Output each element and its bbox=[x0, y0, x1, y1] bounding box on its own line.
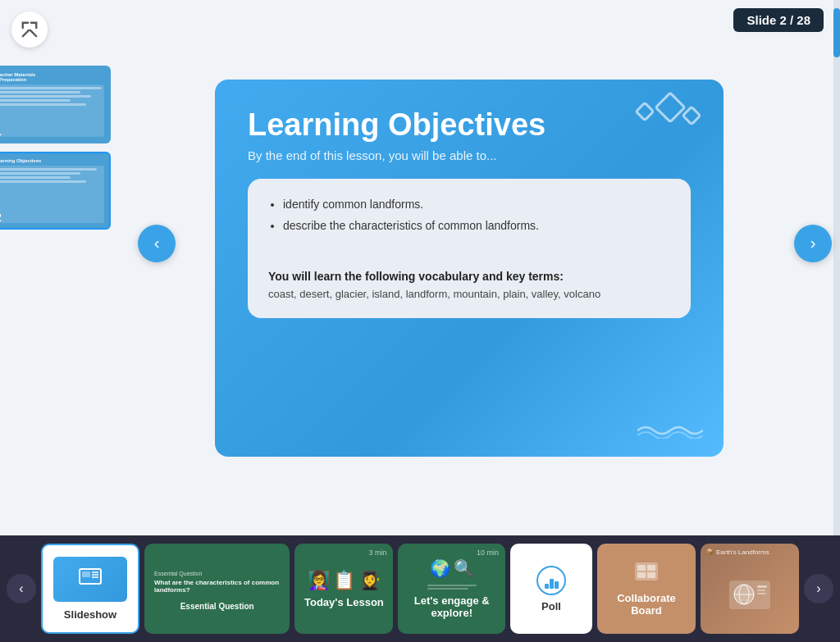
svg-rect-20 bbox=[757, 593, 766, 594]
left-arrow-icon: ‹ bbox=[154, 234, 160, 253]
svg-rect-13 bbox=[647, 572, 655, 578]
toolbar-poll-label: Poll bbox=[541, 600, 561, 612]
right-arrow-icon: › bbox=[810, 234, 816, 253]
slideshow-preview bbox=[53, 557, 127, 602]
toolbar-engage-label: Let's engage & explore! bbox=[404, 594, 499, 619]
bullet-item-2: describe the characteristics of common l… bbox=[283, 218, 670, 234]
prev-slide-button[interactable]: ‹ bbox=[138, 225, 176, 262]
svg-rect-18 bbox=[757, 585, 767, 588]
scrollbar-thumb[interactable] bbox=[833, 8, 840, 57]
toolbar-left-arrow-icon: ‹ bbox=[19, 581, 23, 596]
collaborate-icon-wrap bbox=[633, 561, 660, 587]
vocab-terms: coast, desert, glacier, island, landform… bbox=[268, 288, 670, 300]
toolbar-item-poll[interactable]: Poll bbox=[510, 544, 592, 634]
poll-icon-wrap bbox=[536, 566, 566, 595]
engage-icons: 🌍 🔍 bbox=[430, 558, 474, 578]
toolbar-slideshow-label: Slideshow bbox=[64, 608, 116, 621]
bottom-toolbar: ‹ Slideshow Essential Question What are … bbox=[0, 535, 840, 642]
bullet-item-1: identify common landforms. bbox=[283, 197, 670, 213]
svg-rect-11 bbox=[647, 565, 655, 571]
slide-thumbnail-1[interactable]: Teacher Materials& Preparation 1 bbox=[0, 66, 111, 143]
slide-counter: Slide 2 / 28 bbox=[733, 8, 824, 32]
toolbar-item-engage[interactable]: 10 min 🌍 🔍 Let's engage & explore! bbox=[398, 544, 505, 634]
toolbar-item-collaborate[interactable]: Collaborate Board bbox=[597, 544, 696, 634]
earth-badge: 📦Earth's Landforms bbox=[705, 549, 769, 556]
slide-display: Learning Objectives By the end of this l… bbox=[98, 0, 840, 535]
toolbar-item-essential-question[interactable]: Essential Question What are the characte… bbox=[144, 544, 290, 634]
thumb-2-number: 2 bbox=[0, 211, 2, 224]
expand-button[interactable] bbox=[11, 11, 48, 48]
toolbar-item-todays-lesson[interactable]: 3 min 👩‍🏫 📋 👩‍🎓 Today's Lesson bbox=[294, 544, 393, 634]
next-slide-button[interactable]: › bbox=[794, 225, 832, 262]
eq-header: Essential Question bbox=[154, 571, 280, 576]
slide-title: Learning Objectives bbox=[248, 108, 691, 143]
svg-rect-6 bbox=[545, 584, 549, 589]
earth-preview bbox=[713, 572, 787, 617]
main-slide: Learning Objectives By the end of this l… bbox=[215, 80, 724, 457]
toolbar-prev-button[interactable]: ‹ bbox=[7, 574, 36, 603]
toolbar-right-arrow-icon: › bbox=[816, 581, 820, 596]
lesson-badge: 3 min bbox=[368, 549, 386, 557]
toolbar-next-button[interactable]: › bbox=[804, 574, 833, 603]
svg-rect-19 bbox=[757, 590, 765, 591]
toolbar-lesson-label: Today's Lesson bbox=[304, 596, 384, 608]
lesson-icons: 👩‍🏫 📋 👩‍🎓 bbox=[308, 570, 381, 591]
eq-question-text: What are the characteristics of common l… bbox=[154, 579, 280, 594]
engage-badge: 10 min bbox=[477, 549, 499, 557]
slideshow-preview-icon bbox=[79, 568, 102, 590]
slide-subtitle: By the end of this lesson, you will be a… bbox=[248, 148, 691, 162]
svg-rect-1 bbox=[82, 571, 90, 577]
bullet-list: identify common landforms. describe the … bbox=[268, 197, 670, 234]
thumb-1-title: Teacher Materials& Preparation bbox=[0, 72, 104, 82]
svg-rect-10 bbox=[637, 565, 646, 571]
decorative-diamonds bbox=[637, 96, 699, 123]
thumb-1-number: 1 bbox=[0, 125, 2, 138]
svg-rect-7 bbox=[550, 579, 554, 589]
essential-q-content: Essential Question What are the characte… bbox=[151, 567, 283, 597]
content-card: identify common landforms. describe the … bbox=[248, 179, 691, 318]
toolbar-item-slideshow[interactable]: Slideshow bbox=[41, 544, 139, 634]
vocab-title: You will learn the following vocabulary … bbox=[268, 270, 670, 283]
thumb-2-title: Learning Objectives bbox=[0, 158, 104, 163]
svg-rect-8 bbox=[555, 581, 559, 589]
scrollbar-track bbox=[833, 0, 840, 535]
toolbar-collaborate-label: Collaborate Board bbox=[604, 592, 689, 617]
vocab-section: You will learn the following vocabulary … bbox=[268, 263, 670, 300]
wavy-decoration bbox=[637, 422, 703, 442]
toolbar-item-earths-landforms[interactable]: 📦Earth's Landforms bbox=[701, 544, 799, 634]
slide-thumbnail-2[interactable]: Learning Objectives 2 bbox=[0, 152, 111, 230]
main-area: Slide 2 / 28 Teacher Materials& Preparat… bbox=[0, 0, 840, 535]
toolbar-eq-label: Essential Question bbox=[180, 602, 254, 611]
svg-rect-12 bbox=[637, 572, 646, 578]
slide-panel: Teacher Materials& Preparation 1 Learnin… bbox=[0, 0, 98, 535]
